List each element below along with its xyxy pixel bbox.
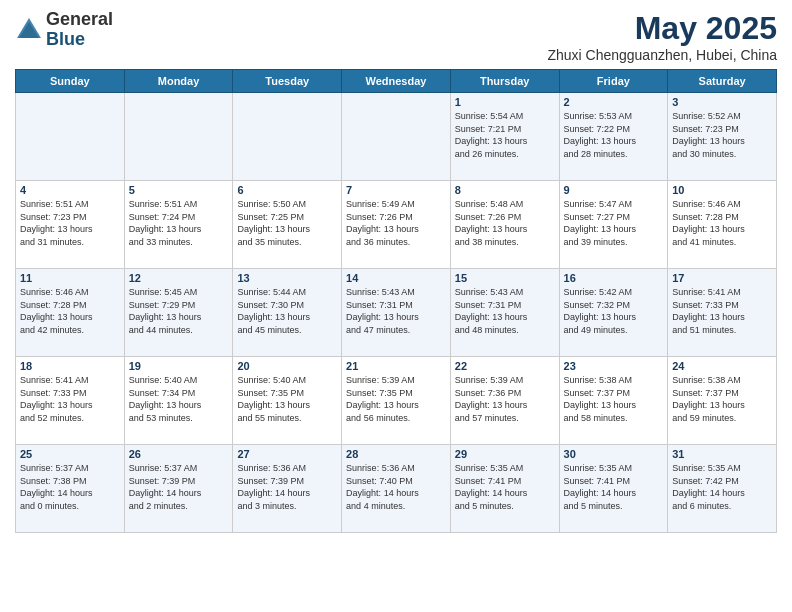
calendar-cell: 26Sunrise: 5:37 AM Sunset: 7:39 PM Dayli… xyxy=(124,445,233,533)
day-number: 21 xyxy=(346,360,446,372)
day-info: Sunrise: 5:41 AM Sunset: 7:33 PM Dayligh… xyxy=(672,286,772,336)
calendar-cell: 19Sunrise: 5:40 AM Sunset: 7:34 PM Dayli… xyxy=(124,357,233,445)
day-info: Sunrise: 5:46 AM Sunset: 7:28 PM Dayligh… xyxy=(20,286,120,336)
day-info: Sunrise: 5:35 AM Sunset: 7:42 PM Dayligh… xyxy=(672,462,772,512)
calendar-cell: 11Sunrise: 5:46 AM Sunset: 7:28 PM Dayli… xyxy=(16,269,125,357)
month-title: May 2025 xyxy=(547,10,777,47)
calendar-cell xyxy=(16,93,125,181)
day-info: Sunrise: 5:37 AM Sunset: 7:39 PM Dayligh… xyxy=(129,462,229,512)
calendar-cell: 15Sunrise: 5:43 AM Sunset: 7:31 PM Dayli… xyxy=(450,269,559,357)
day-info: Sunrise: 5:54 AM Sunset: 7:21 PM Dayligh… xyxy=(455,110,555,160)
calendar-cell: 22Sunrise: 5:39 AM Sunset: 7:36 PM Dayli… xyxy=(450,357,559,445)
calendar-row: 1Sunrise: 5:54 AM Sunset: 7:21 PM Daylig… xyxy=(16,93,777,181)
day-info: Sunrise: 5:47 AM Sunset: 7:27 PM Dayligh… xyxy=(564,198,664,248)
day-number: 25 xyxy=(20,448,120,460)
day-info: Sunrise: 5:42 AM Sunset: 7:32 PM Dayligh… xyxy=(564,286,664,336)
calendar-cell: 4Sunrise: 5:51 AM Sunset: 7:23 PM Daylig… xyxy=(16,181,125,269)
calendar-cell: 7Sunrise: 5:49 AM Sunset: 7:26 PM Daylig… xyxy=(342,181,451,269)
calendar-cell: 25Sunrise: 5:37 AM Sunset: 7:38 PM Dayli… xyxy=(16,445,125,533)
day-number: 3 xyxy=(672,96,772,108)
day-number: 22 xyxy=(455,360,555,372)
day-number: 19 xyxy=(129,360,229,372)
day-number: 8 xyxy=(455,184,555,196)
header: General Blue May 2025 Zhuxi Chengguanzhe… xyxy=(15,10,777,63)
calendar-cell: 2Sunrise: 5:53 AM Sunset: 7:22 PM Daylig… xyxy=(559,93,668,181)
day-info: Sunrise: 5:52 AM Sunset: 7:23 PM Dayligh… xyxy=(672,110,772,160)
day-number: 30 xyxy=(564,448,664,460)
calendar-row: 4Sunrise: 5:51 AM Sunset: 7:23 PM Daylig… xyxy=(16,181,777,269)
day-number: 5 xyxy=(129,184,229,196)
logo: General Blue xyxy=(15,10,113,50)
header-row: SundayMondayTuesdayWednesdayThursdayFrid… xyxy=(16,70,777,93)
calendar-cell: 28Sunrise: 5:36 AM Sunset: 7:40 PM Dayli… xyxy=(342,445,451,533)
day-number: 2 xyxy=(564,96,664,108)
logo-text: General Blue xyxy=(46,10,113,50)
day-info: Sunrise: 5:41 AM Sunset: 7:33 PM Dayligh… xyxy=(20,374,120,424)
day-number: 24 xyxy=(672,360,772,372)
day-info: Sunrise: 5:35 AM Sunset: 7:41 PM Dayligh… xyxy=(564,462,664,512)
calendar-cell: 21Sunrise: 5:39 AM Sunset: 7:35 PM Dayli… xyxy=(342,357,451,445)
calendar-cell: 12Sunrise: 5:45 AM Sunset: 7:29 PM Dayli… xyxy=(124,269,233,357)
day-info: Sunrise: 5:44 AM Sunset: 7:30 PM Dayligh… xyxy=(237,286,337,336)
calendar-row: 25Sunrise: 5:37 AM Sunset: 7:38 PM Dayli… xyxy=(16,445,777,533)
day-info: Sunrise: 5:45 AM Sunset: 7:29 PM Dayligh… xyxy=(129,286,229,336)
calendar-cell xyxy=(124,93,233,181)
calendar-cell: 5Sunrise: 5:51 AM Sunset: 7:24 PM Daylig… xyxy=(124,181,233,269)
day-info: Sunrise: 5:51 AM Sunset: 7:23 PM Dayligh… xyxy=(20,198,120,248)
header-day: Tuesday xyxy=(233,70,342,93)
day-info: Sunrise: 5:43 AM Sunset: 7:31 PM Dayligh… xyxy=(455,286,555,336)
calendar-cell: 17Sunrise: 5:41 AM Sunset: 7:33 PM Dayli… xyxy=(668,269,777,357)
day-number: 14 xyxy=(346,272,446,284)
calendar-cell: 24Sunrise: 5:38 AM Sunset: 7:37 PM Dayli… xyxy=(668,357,777,445)
day-info: Sunrise: 5:36 AM Sunset: 7:39 PM Dayligh… xyxy=(237,462,337,512)
day-number: 23 xyxy=(564,360,664,372)
calendar-cell: 6Sunrise: 5:50 AM Sunset: 7:25 PM Daylig… xyxy=(233,181,342,269)
header-day: Thursday xyxy=(450,70,559,93)
day-info: Sunrise: 5:36 AM Sunset: 7:40 PM Dayligh… xyxy=(346,462,446,512)
logo-icon xyxy=(15,16,43,44)
title-block: May 2025 Zhuxi Chengguanzhen, Hubei, Chi… xyxy=(547,10,777,63)
day-info: Sunrise: 5:35 AM Sunset: 7:41 PM Dayligh… xyxy=(455,462,555,512)
day-number: 7 xyxy=(346,184,446,196)
day-number: 13 xyxy=(237,272,337,284)
calendar-cell: 13Sunrise: 5:44 AM Sunset: 7:30 PM Dayli… xyxy=(233,269,342,357)
calendar-cell: 16Sunrise: 5:42 AM Sunset: 7:32 PM Dayli… xyxy=(559,269,668,357)
day-info: Sunrise: 5:37 AM Sunset: 7:38 PM Dayligh… xyxy=(20,462,120,512)
calendar-cell: 8Sunrise: 5:48 AM Sunset: 7:26 PM Daylig… xyxy=(450,181,559,269)
day-info: Sunrise: 5:51 AM Sunset: 7:24 PM Dayligh… xyxy=(129,198,229,248)
day-number: 18 xyxy=(20,360,120,372)
day-number: 20 xyxy=(237,360,337,372)
day-number: 29 xyxy=(455,448,555,460)
header-day: Monday xyxy=(124,70,233,93)
logo-blue: Blue xyxy=(46,30,113,50)
day-info: Sunrise: 5:39 AM Sunset: 7:35 PM Dayligh… xyxy=(346,374,446,424)
day-number: 28 xyxy=(346,448,446,460)
calendar-cell xyxy=(342,93,451,181)
calendar-cell: 31Sunrise: 5:35 AM Sunset: 7:42 PM Dayli… xyxy=(668,445,777,533)
calendar-cell: 20Sunrise: 5:40 AM Sunset: 7:35 PM Dayli… xyxy=(233,357,342,445)
day-number: 17 xyxy=(672,272,772,284)
calendar-cell: 1Sunrise: 5:54 AM Sunset: 7:21 PM Daylig… xyxy=(450,93,559,181)
day-number: 9 xyxy=(564,184,664,196)
day-number: 12 xyxy=(129,272,229,284)
day-info: Sunrise: 5:43 AM Sunset: 7:31 PM Dayligh… xyxy=(346,286,446,336)
logo-general: General xyxy=(46,10,113,30)
subtitle: Zhuxi Chengguanzhen, Hubei, China xyxy=(547,47,777,63)
day-number: 27 xyxy=(237,448,337,460)
day-number: 10 xyxy=(672,184,772,196)
calendar-table: SundayMondayTuesdayWednesdayThursdayFrid… xyxy=(15,69,777,533)
day-info: Sunrise: 5:46 AM Sunset: 7:28 PM Dayligh… xyxy=(672,198,772,248)
calendar-cell: 29Sunrise: 5:35 AM Sunset: 7:41 PM Dayli… xyxy=(450,445,559,533)
header-day: Wednesday xyxy=(342,70,451,93)
day-number: 16 xyxy=(564,272,664,284)
calendar-cell: 3Sunrise: 5:52 AM Sunset: 7:23 PM Daylig… xyxy=(668,93,777,181)
page: General Blue May 2025 Zhuxi Chengguanzhe… xyxy=(0,0,792,612)
day-info: Sunrise: 5:39 AM Sunset: 7:36 PM Dayligh… xyxy=(455,374,555,424)
day-number: 6 xyxy=(237,184,337,196)
header-day: Friday xyxy=(559,70,668,93)
calendar-cell: 9Sunrise: 5:47 AM Sunset: 7:27 PM Daylig… xyxy=(559,181,668,269)
day-number: 15 xyxy=(455,272,555,284)
day-info: Sunrise: 5:49 AM Sunset: 7:26 PM Dayligh… xyxy=(346,198,446,248)
day-info: Sunrise: 5:40 AM Sunset: 7:35 PM Dayligh… xyxy=(237,374,337,424)
day-number: 31 xyxy=(672,448,772,460)
